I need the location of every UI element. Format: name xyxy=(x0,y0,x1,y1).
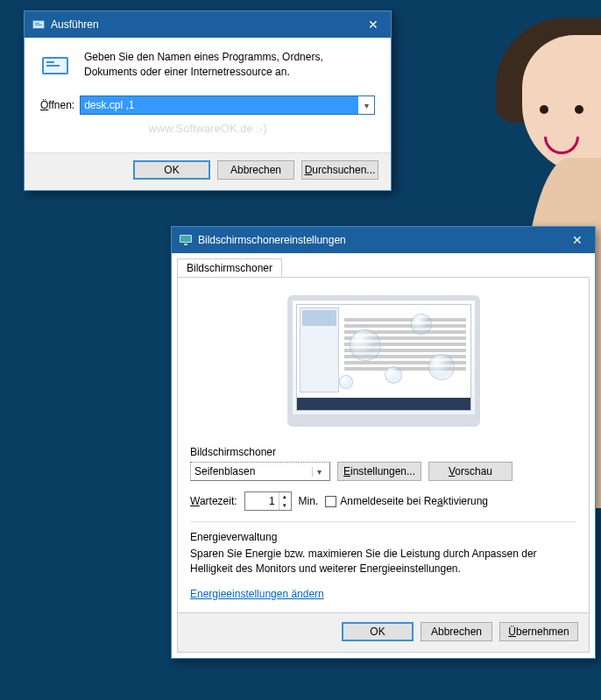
svg-rect-2 xyxy=(35,23,39,24)
close-icon[interactable]: ✕ xyxy=(356,11,391,38)
divider xyxy=(190,521,576,522)
browse-button[interactable]: Durchsuchen... xyxy=(301,160,378,180)
tab-screensaver[interactable]: Bildschirmschoner xyxy=(177,258,282,277)
logon-label: Anmeldeseite bei Reaktivierung xyxy=(340,495,488,507)
run-app-icon xyxy=(40,50,72,81)
svg-rect-6 xyxy=(46,61,54,63)
close-icon[interactable]: ✕ xyxy=(560,227,595,253)
svg-rect-3 xyxy=(35,25,42,25)
settings-button[interactable]: Einstellungen... xyxy=(337,462,421,481)
screensaver-value: Seifenblasen xyxy=(194,465,312,477)
sss-title: Bildschirmschonereinstellungen xyxy=(198,234,560,246)
screensaver-dialog: Bildschirmschonereinstellungen ✕ Bildsch… xyxy=(171,226,596,659)
energy-text: Sparen Sie Energie bzw. maximieren Sie d… xyxy=(190,547,576,577)
spin-up-icon[interactable]: ▴ xyxy=(279,492,291,501)
run-icon xyxy=(32,18,46,32)
checkbox-icon xyxy=(325,496,336,507)
energy-settings-link[interactable]: Energieeinstellungen ändern xyxy=(190,588,324,600)
watermark: www.SoftwareOK.de :-) xyxy=(40,122,375,135)
cancel-button[interactable]: Abbrechen xyxy=(217,160,294,180)
energy-heading: Energieverwaltung xyxy=(190,531,576,543)
open-label: Öffnen: xyxy=(40,99,74,111)
ok-button[interactable]: OK xyxy=(342,622,414,641)
screensaver-select[interactable]: Seifenblasen ▾ xyxy=(190,462,330,481)
svg-rect-9 xyxy=(180,236,191,242)
logon-checkbox[interactable]: Anmeldeseite bei Reaktivierung xyxy=(325,495,488,507)
run-dialog: Ausführen ✕ Geben Sie den Namen eines Pr… xyxy=(24,11,392,191)
apply-button[interactable]: Übernehmen xyxy=(499,622,578,641)
run-titlebar: Ausführen ✕ xyxy=(25,11,391,38)
screensaver-group-label: Bildschirmschoner xyxy=(190,446,576,458)
ok-button[interactable]: OK xyxy=(133,160,210,180)
chevron-down-icon[interactable]: ▾ xyxy=(312,467,326,477)
svg-rect-7 xyxy=(46,65,60,67)
preview-button[interactable]: Vorschau xyxy=(428,462,513,481)
run-description: Geben Sie den Namen eines Programms, Ord… xyxy=(84,50,375,80)
svg-rect-10 xyxy=(184,244,187,245)
wait-value: 1 xyxy=(245,495,279,507)
wait-spinner[interactable]: 1 ▴ ▾ xyxy=(244,491,292,511)
spin-down-icon[interactable]: ▾ xyxy=(279,501,291,510)
chevron-down-icon[interactable]: ▾ xyxy=(358,101,374,110)
preview-monitor xyxy=(287,295,480,427)
wait-unit: Min. xyxy=(299,495,319,507)
sss-titlebar: Bildschirmschonereinstellungen ✕ xyxy=(172,227,595,253)
open-value: desk.cpl ,1 xyxy=(81,96,358,114)
run-title: Ausführen xyxy=(51,18,356,31)
cancel-button[interactable]: Abbrechen xyxy=(421,622,492,641)
open-input[interactable]: desk.cpl ,1 ▾ xyxy=(80,95,375,115)
monitor-icon xyxy=(179,233,193,247)
wait-label: Wartezeit: xyxy=(190,495,237,507)
